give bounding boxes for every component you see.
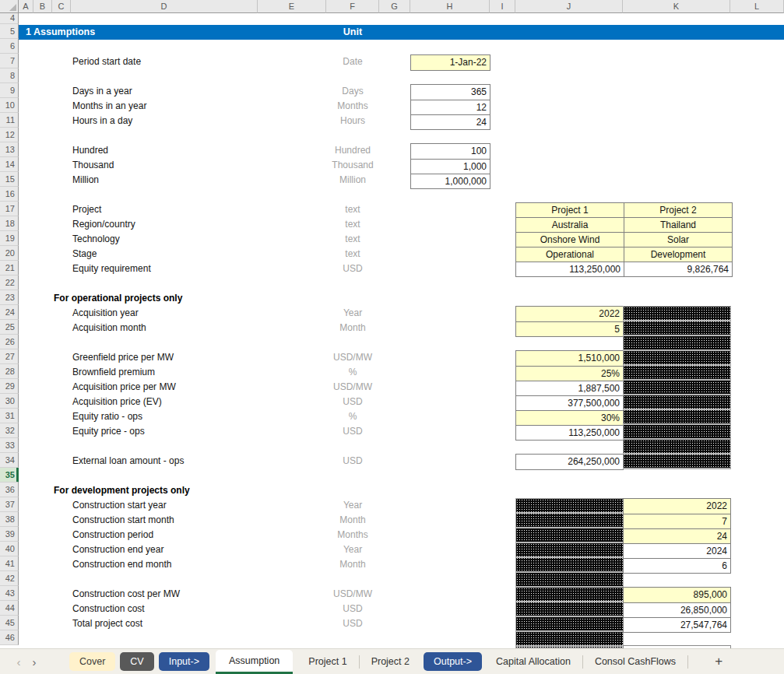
column-header-e[interactable]: E: [258, 0, 326, 13]
input-cell-period-start-date[interactable]: 1-Jan-22: [410, 54, 490, 71]
row-header[interactable]: 4: [0, 13, 19, 24]
row-header[interactable]: 18: [0, 216, 19, 231]
cell-value[interactable]: 27,547,764: [624, 617, 730, 632]
column-header-f[interactable]: F: [326, 0, 379, 13]
row-header[interactable]: 9: [0, 83, 19, 98]
row-header[interactable]: 7: [0, 54, 19, 68]
cell-value[interactable]: 365: [411, 85, 490, 100]
row-header[interactable]: 23: [0, 290, 19, 305]
column-header-b[interactable]: B: [33, 0, 52, 13]
cell-value[interactable]: 264,250,000: [516, 455, 623, 469]
tab-capital-allocation[interactable]: Capital Allocation: [484, 649, 582, 674]
column-header-i[interactable]: I: [490, 0, 515, 13]
row-header[interactable]: 20: [0, 246, 19, 261]
row-header[interactable]: 28: [0, 364, 19, 379]
row-header[interactable]: 29: [0, 379, 19, 394]
tab-input[interactable]: Input->: [159, 652, 209, 671]
tab-project-2[interactable]: Project 2: [360, 649, 421, 674]
row-header[interactable]: 8: [0, 68, 19, 83]
column-header-l[interactable]: L: [730, 0, 784, 13]
row-header[interactable]: 38: [0, 512, 19, 527]
cell-project1-country[interactable]: Australia: [516, 218, 624, 233]
row-header[interactable]: 13: [0, 142, 19, 157]
row-header[interactable]: 12: [0, 128, 19, 142]
row-header[interactable]: 41: [0, 556, 19, 571]
row-header[interactable]: 36: [0, 483, 19, 497]
row-header[interactable]: 14: [0, 157, 19, 172]
cell-value[interactable]: 1,510,000: [516, 351, 623, 366]
cell-value[interactable]: 24: [624, 528, 730, 543]
cell-value[interactable]: 113,250,000: [516, 425, 623, 440]
cell-value[interactable]: 1,887,500: [516, 381, 623, 395]
column-header-h[interactable]: H: [410, 0, 490, 13]
row-header[interactable]: 34: [0, 453, 19, 468]
column-header-a[interactable]: A: [19, 0, 33, 13]
row-header[interactable]: 30: [0, 394, 19, 409]
cell-value[interactable]: 1,000,000: [411, 174, 490, 188]
row-header[interactable]: 45: [0, 616, 19, 630]
tab-output[interactable]: Output->: [424, 652, 482, 671]
cell-project2-stage[interactable]: Development: [624, 247, 733, 262]
add-sheet-button[interactable]: +: [707, 654, 730, 669]
row-header[interactable]: 32: [0, 423, 19, 438]
cell-value[interactable]: 30%: [516, 410, 623, 425]
cell-project1-name[interactable]: Project 1: [516, 203, 624, 218]
cell-project1-stage[interactable]: Operational: [516, 247, 624, 262]
tab-project-1[interactable]: Project 1: [297, 649, 358, 674]
next-sheet-arrow[interactable]: ›: [26, 655, 42, 669]
cell-project2-equity[interactable]: 9,826,764: [624, 262, 733, 277]
row-header[interactable]: 5: [0, 24, 19, 39]
row-header[interactable]: 42: [0, 571, 19, 586]
row-header[interactable]: 25: [0, 320, 19, 335]
row-header[interactable]: 6: [0, 39, 19, 54]
row-header[interactable]: 33: [0, 438, 19, 453]
cell-value[interactable]: 7: [624, 514, 730, 528]
row-header[interactable]: 39: [0, 527, 19, 542]
row-header[interactable]: 10: [0, 98, 19, 113]
row-header[interactable]: 31: [0, 409, 19, 423]
cell-value[interactable]: 1-Jan-22: [411, 55, 490, 70]
row-header[interactable]: 40: [0, 542, 19, 556]
row-header[interactable]: 24: [0, 305, 19, 320]
cell-project1-equity[interactable]: 113,250,000: [516, 262, 624, 277]
prev-sheet-arrow[interactable]: ‹: [11, 655, 26, 669]
row-header[interactable]: 15: [0, 172, 19, 187]
column-header-k[interactable]: K: [623, 0, 730, 13]
cell-value[interactable]: 5: [516, 321, 623, 336]
cell-project2-name[interactable]: Project 2: [624, 203, 733, 218]
tab-cv[interactable]: CV: [120, 652, 153, 671]
cell-value[interactable]: 25%: [516, 366, 623, 381]
row-header[interactable]: 22: [0, 276, 19, 290]
column-header-g[interactable]: G: [379, 0, 410, 13]
cell-value[interactable]: 100: [411, 144, 490, 159]
row-header[interactable]: 16: [0, 187, 19, 202]
cell-value[interactable]: 26,850,000: [624, 602, 730, 617]
row-header-selected[interactable]: 35: [0, 468, 19, 483]
row-header[interactable]: 27: [0, 349, 19, 364]
column-header-c[interactable]: C: [52, 0, 71, 13]
select-all-corner[interactable]: [0, 0, 19, 13]
row-header[interactable]: 21: [0, 261, 19, 276]
cell-value[interactable]: 895,000: [624, 588, 730, 602]
tab-assumption-active[interactable]: Assumption: [216, 650, 293, 674]
tab-consol-cashflows[interactable]: Consol CashFlows: [583, 649, 687, 674]
cell-value[interactable]: 2024: [624, 543, 730, 558]
cell-value[interactable]: 2022: [624, 499, 730, 514]
row-header[interactable]: 26: [0, 335, 19, 349]
cell-project2-country[interactable]: Thailand: [624, 218, 733, 233]
row-header[interactable]: 19: [0, 231, 19, 246]
row-header[interactable]: 17: [0, 202, 19, 216]
tab-cover[interactable]: Cover: [69, 652, 115, 671]
row-header[interactable]: 46: [0, 630, 19, 645]
column-header-d[interactable]: D: [71, 0, 258, 13]
column-header-j[interactable]: J: [515, 0, 623, 13]
row-header[interactable]: 37: [0, 497, 19, 512]
cell-value[interactable]: 2022: [516, 307, 623, 321]
cell-value[interactable]: 377,500,000: [516, 395, 623, 410]
cell-value[interactable]: 12: [411, 100, 490, 114]
row-header[interactable]: 11: [0, 113, 19, 128]
cell-project2-technology[interactable]: Solar: [624, 233, 733, 247]
cell-value[interactable]: 6: [624, 558, 730, 573]
cell-project1-technology[interactable]: Onshore Wind: [516, 233, 624, 247]
row-header[interactable]: 43: [0, 586, 19, 601]
